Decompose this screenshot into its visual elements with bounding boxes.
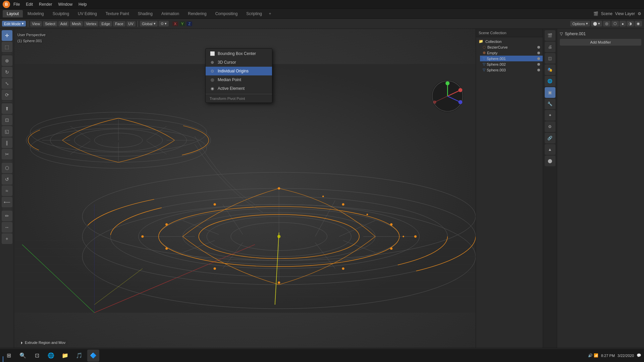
tab-rendering[interactable]: Rendering	[184, 10, 210, 17]
menu-file[interactable]: File	[11, 1, 22, 7]
pivot-btn[interactable]: ⊙ ▾	[159, 21, 169, 26]
inset-tool[interactable]: ⊡	[2, 115, 12, 125]
viewport-select-btn[interactable]: Select	[43, 21, 57, 26]
notification-icon[interactable]: 💬	[637, 353, 641, 358]
knife-tool[interactable]: ✂	[2, 149, 12, 160]
file-explorer[interactable]: 📁	[59, 350, 71, 362]
prop-particles[interactable]: ✦	[545, 110, 555, 121]
collection-item-sphere001[interactable]: ▽ Sphere.001	[480, 56, 543, 61]
extrude-tool[interactable]: ⬆	[2, 103, 12, 114]
prop-render[interactable]: 🎬	[545, 30, 555, 41]
search-button[interactable]: 🔍	[17, 350, 29, 362]
menu-window[interactable]: Window	[55, 1, 75, 7]
coord-x[interactable]: X	[172, 21, 178, 26]
rendered-shading[interactable]: ◉	[635, 21, 642, 26]
bezier-visibility	[537, 46, 540, 49]
options-btn[interactable]: Options ▾	[570, 21, 590, 26]
prop-object[interactable]: ▣	[545, 87, 555, 98]
edge-browser[interactable]: 🌐	[45, 350, 57, 362]
collection-item-collection[interactable]: 📁 Collection	[476, 39, 543, 44]
collection-item-bezier[interactable]: ◌ BezierCurve	[480, 44, 543, 50]
prop-modifier[interactable]: 🔧	[545, 99, 555, 109]
prop-constraints[interactable]: 🔗	[545, 133, 555, 143]
viewport-view-btn[interactable]: View	[30, 21, 42, 26]
start-button[interactable]: ⊞	[3, 350, 15, 362]
smooth-tool[interactable]: ≈	[2, 185, 12, 196]
task-view-button[interactable]: ⊡	[31, 350, 43, 362]
prop-world[interactable]: 🌐	[545, 76, 555, 86]
tab-shading[interactable]: Shading	[134, 10, 157, 17]
loop-cut-tool[interactable]: ∥	[2, 137, 12, 148]
scale-tool[interactable]: ⤡	[2, 78, 12, 89]
poly-build-tool[interactable]: ⬡	[2, 163, 12, 173]
collection-item-empty[interactable]: ⊕ Empty	[480, 50, 543, 56]
menu-help[interactable]: Help	[76, 1, 90, 7]
coord-z[interactable]: Z	[186, 21, 192, 26]
empty-visibility	[537, 52, 540, 54]
annotate-tool[interactable]: ✏	[2, 210, 12, 221]
spotify[interactable]: 🎵	[73, 350, 85, 362]
tab-modeling[interactable]: Modeling	[23, 10, 48, 17]
move-tool[interactable]: ⊕	[2, 55, 12, 66]
dropdown-individual-origins[interactable]: ⊙ Individual Origins	[206, 67, 272, 75]
edge-slide-tool[interactable]: ⟵	[2, 197, 12, 207]
viewport[interactable]: User Perspective (1) Sphere.001 ⏵ Extrud…	[14, 29, 476, 348]
prop-physics[interactable]: ⚙	[545, 121, 555, 132]
dropdown-active-element[interactable]: ◉ Active Element	[206, 84, 272, 93]
collection-label: Collection	[485, 40, 501, 44]
select-tool[interactable]: ⬚	[2, 42, 12, 52]
viewport-vertex-btn[interactable]: Vertex	[84, 21, 98, 26]
add-modifier-btn[interactable]: Add Modifier	[560, 39, 641, 46]
measure-tool[interactable]: ↔	[2, 222, 12, 233]
spin-tool[interactable]: ↺	[2, 174, 12, 185]
viewport-add-btn[interactable]: Add	[58, 21, 69, 26]
dropdown-median-point[interactable]: ◎ Median Point	[206, 75, 272, 84]
blender-taskbar[interactable]: 🔷	[87, 350, 99, 362]
material-shading[interactable]: ◑	[627, 21, 634, 26]
viewport-mesh-btn[interactable]: Mesh	[70, 21, 83, 26]
add-tool[interactable]: +	[2, 233, 12, 244]
cursor-tool[interactable]: ✛	[2, 30, 12, 41]
prop-view-layer[interactable]: ◫	[545, 53, 555, 64]
tab-uv-editing[interactable]: UV Editing	[74, 10, 101, 17]
tab-scripting[interactable]: Scripting	[242, 10, 266, 17]
tab-layout[interactable]: Layout	[3, 10, 23, 17]
global-space-btn[interactable]: Global ▾	[140, 21, 158, 26]
viewport-uv-btn[interactable]: UV	[126, 21, 136, 26]
rotate-tool[interactable]: ↻	[2, 67, 12, 77]
dropdown-3d-cursor[interactable]: ⊕ 3D Cursor	[206, 58, 272, 67]
workspace-right: 🎬 Scene View Layer ⚙	[593, 11, 641, 16]
solid-shading[interactable]: ●	[620, 21, 626, 26]
prop-scene[interactable]: 🎭	[545, 64, 555, 75]
menu-render[interactable]: Render	[36, 1, 55, 7]
add-workspace-button[interactable]: +	[267, 10, 273, 17]
render-settings-icon[interactable]: ⚙	[638, 11, 641, 16]
viewport-face-btn[interactable]: Face	[113, 21, 125, 26]
menu-edit[interactable]: Edit	[23, 1, 36, 7]
individual-origins-icon: ⊙	[210, 68, 215, 74]
viewport-edge-btn[interactable]: Edge	[99, 21, 112, 26]
collection-item-sphere003[interactable]: ▽ Sphere.003	[480, 67, 543, 73]
tab-texture-paint[interactable]: Texture Paint	[102, 10, 133, 17]
app-logo: B	[3, 1, 10, 8]
svg-point-64	[278, 187, 280, 189]
dropdown-bounding-box[interactable]: ⬜ Bounding Box Center	[206, 49, 272, 58]
viewport-info: User Perspective (1) Sphere.001	[17, 32, 46, 44]
tab-animation[interactable]: Animation	[157, 10, 183, 17]
transform-tool[interactable]: ⟳	[2, 89, 12, 100]
workspace-tabs: Layout Modeling Sculpting UV Editing Tex…	[0, 9, 644, 19]
viewport-overlays-btn[interactable]: ⬤ ▾	[591, 21, 602, 26]
scene-collection-title: Scene Collection	[479, 31, 506, 35]
mode-select[interactable]: Edit Mode ▾	[2, 21, 26, 26]
prop-data[interactable]: ▲	[545, 144, 555, 155]
wireframe-shading[interactable]: ⬡	[611, 21, 619, 26]
tab-sculpting[interactable]: Sculpting	[49, 10, 73, 17]
bevel-tool[interactable]: ◱	[2, 126, 12, 137]
prop-material[interactable]: ⬤	[545, 156, 555, 166]
collection-item-sphere002[interactable]: ▽ Sphere.002	[480, 61, 543, 67]
dropdown-transform-pivot[interactable]: Transform Pivot Point	[206, 95, 272, 102]
prop-output[interactable]: 🖨	[545, 42, 555, 52]
tab-compositing[interactable]: Compositing	[211, 10, 242, 17]
xray-btn[interactable]: ◎	[603, 21, 610, 26]
coord-y[interactable]: Y	[179, 21, 185, 26]
